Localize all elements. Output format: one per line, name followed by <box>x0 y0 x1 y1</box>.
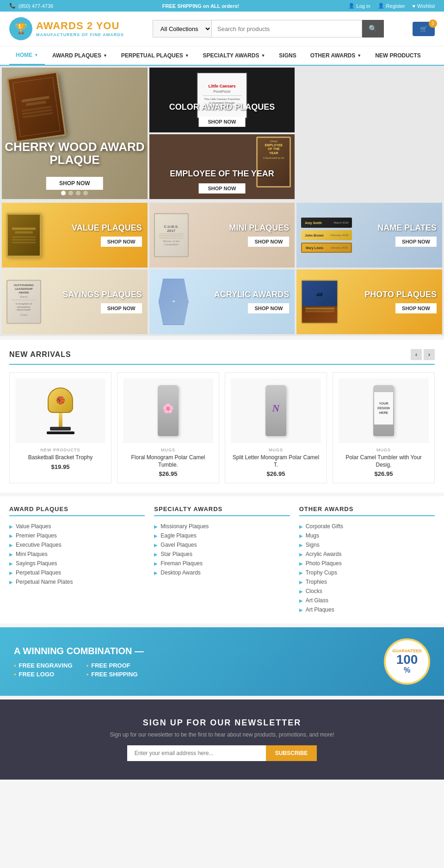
product-price: $26.95 <box>231 470 321 477</box>
cat-photo-label: PHOTO PLAQUES SHOP NOW <box>364 290 437 313</box>
value-plaque-img <box>6 213 41 257</box>
cat-mini-label: MINI PLAQUES SHOP NOW <box>229 224 289 247</box>
bullet-icon: • <box>14 662 16 669</box>
list-item[interactable]: ▶Executive Plaques <box>9 540 145 550</box>
list-item[interactable]: ▶Value Plaques <box>9 522 145 531</box>
newsletter-subscribe-btn[interactable]: SUBSCRIBE <box>266 745 317 761</box>
list-item[interactable]: ▶Clocks <box>299 587 435 596</box>
new-arrivals-title: NEW ARRIVALS <box>9 350 71 359</box>
search-button[interactable]: 🔍 <box>362 20 384 37</box>
cat-value-plaques: VALUE PLAQUES SHOP NOW <box>2 203 148 268</box>
color-shop-btn[interactable]: SHOP NOW <box>199 117 246 127</box>
nav-award-plaques[interactable]: AWARD PLAQUES ▼ <box>46 47 114 64</box>
hero-dot-3[interactable] <box>76 191 80 195</box>
hero-dot-4[interactable] <box>83 191 88 195</box>
tumbler-design-img: YOURDESIGNHERE <box>373 385 394 436</box>
cat-acrylic-shop-btn[interactable]: SHOP NOW <box>248 303 289 313</box>
list-item[interactable]: ▶Photo Plaques <box>299 559 435 568</box>
list-item[interactable]: ▶Sayings Plaques <box>9 559 145 568</box>
wishlist-link[interactable]: ♥ Wishlist <box>413 3 435 9</box>
list-item[interactable]: ▶Mini Plaques <box>9 550 145 559</box>
header: 🏆 AWARDS 2 YOU MANUFACTURERS OF FINE AWA… <box>0 12 444 46</box>
list-item[interactable]: ▶Trophy Cups <box>299 568 435 577</box>
logo[interactable]: 🏆 AWARDS 2 YOU MANUFACTURERS OF FINE AWA… <box>9 17 124 40</box>
hero-dots <box>61 191 88 195</box>
bullet-icon: ▶ <box>299 580 303 585</box>
nav-other-awards[interactable]: OTHER AWARDS ▼ <box>304 47 368 64</box>
product-card[interactable]: N MUGS Split Letter Monogram Polar Camel… <box>225 372 327 483</box>
hero-main-shop-btn[interactable]: SHOP NOW <box>46 177 103 190</box>
product-name: Split Letter Monogram Polar Camel T. <box>231 454 321 468</box>
hero-dot-1[interactable] <box>61 191 66 195</box>
bullet-icon: ▶ <box>299 524 303 529</box>
sayings-plaque-img: OUTSTANDINGLEADERSHIPAWARD (Name) In rec… <box>6 280 41 324</box>
cat-photo-shop-btn[interactable]: SHOP NOW <box>395 303 437 313</box>
list-item[interactable]: ▶Art Glass <box>299 596 435 605</box>
winning-item-3: • FREE PROOF <box>86 662 145 669</box>
name-plates-img: Amy Smith March 2018 John Brown February… <box>301 218 352 253</box>
tumbler-floral-img: 🌸 <box>158 385 179 436</box>
bullet-icon: ▶ <box>154 543 158 548</box>
nav-specialty-awards[interactable]: SPECIALTY AWARDS ▼ <box>197 47 272 64</box>
list-item[interactable]: ▶Art Plaques <box>299 605 435 614</box>
footer-cat-award-plaques: AWARD PLAQUES ▶Value Plaques ▶Premier Pl… <box>9 506 145 614</box>
cat-sayings-plaques: OUTSTANDINGLEADERSHIPAWARD (Name) In rec… <box>2 269 148 334</box>
trophy-shape: 🏀 <box>47 387 74 434</box>
list-item[interactable]: ▶Fireman Plaques <box>154 559 290 568</box>
list-item[interactable]: ▶Star Plaques <box>154 550 290 559</box>
list-item[interactable]: ▶Missionary Plaques <box>154 522 290 531</box>
nav-home[interactable]: HOME ▼ <box>9 46 45 65</box>
logo-icon: 🏆 <box>9 17 32 40</box>
cat-mini-shop-btn[interactable]: SHOP NOW <box>248 237 289 247</box>
product-img: N <box>231 378 321 443</box>
bullet-icon: ▶ <box>9 543 13 548</box>
product-card[interactable]: 🌸 MUGS Floral Monogram Polar Camel Tumbl… <box>117 372 219 483</box>
collection-select[interactable]: All Collections <box>153 20 212 37</box>
logo-text: AWARDS 2 YOU MANUFACTURERS OF FINE AWARD… <box>36 20 124 37</box>
prev-arrow-btn[interactable]: ‹ <box>411 349 422 360</box>
list-item[interactable]: ▶Signs <box>299 540 435 550</box>
cat-sayings-shop-btn[interactable]: SHOP NOW <box>101 303 142 313</box>
cat-value-label: VALUE PLAQUES SHOP NOW <box>72 224 142 247</box>
product-card[interactable]: YOURDESIGNHERE MUGS Polar Camel Tumbler … <box>333 372 435 483</box>
search-input[interactable] <box>212 20 362 37</box>
list-item[interactable]: ▶Gavel Plaques <box>154 540 290 550</box>
product-card[interactable]: 🏀 NEW PRODUCTS Basketball Bracket Trophy… <box>9 372 111 483</box>
hero-card-employee: (Year) EMPLOYEEOF THEYEAR It Appreciated… <box>149 134 295 199</box>
list-item[interactable]: ▶Acrylic Awards <box>299 550 435 559</box>
cat-acrylic-label: ACRYLIC AWARDS SHOP NOW <box>214 290 290 313</box>
logo-title: AWARDS 2 YOU <box>36 20 124 32</box>
list-item[interactable]: ▶Perpetual Name Plates <box>9 577 145 587</box>
winning-banner: A WINNING COMBINATION — • FREE ENGRAVING… <box>0 627 444 696</box>
employee-plaque-img: (Year) EMPLOYEEOF THEYEAR It Appreciated… <box>256 137 291 187</box>
bullet-icon: ▶ <box>154 533 158 538</box>
new-arrivals-section: NEW ARRIVALS ‹ › 🏀 NEW PRODUCTS Basketba… <box>0 340 444 493</box>
list-item[interactable]: ▶Eagle Plaques <box>154 531 290 540</box>
hero-dot-2[interactable] <box>68 191 73 195</box>
list-item[interactable]: ▶Trophies <box>299 577 435 587</box>
employee-shop-btn[interactable]: SHOP NOW <box>199 183 246 194</box>
cat-name-shop-btn[interactable]: SHOP NOW <box>395 237 437 247</box>
nav-perpetual-plaques[interactable]: PERPETUAL PLAQUES ▼ <box>115 47 196 64</box>
nav-new-products[interactable]: NEW PRODUCTS <box>369 47 427 64</box>
login-link[interactable]: 👤 Log in <box>348 3 370 9</box>
bullet-icon: ▶ <box>9 570 13 575</box>
carousel-nav: ‹ › <box>411 349 435 360</box>
list-item[interactable]: ▶Corporate Gifts <box>299 522 435 531</box>
newsletter-email-input[interactable] <box>127 745 266 761</box>
cat-mini-plaques: C.U.B.S.2017 Winner of theCompetition MI… <box>149 203 295 268</box>
next-arrow-btn[interactable]: › <box>424 349 435 360</box>
cart-badge: 0 <box>429 19 437 28</box>
bullet-icon: ▶ <box>154 524 158 529</box>
nav-signs[interactable]: SIGNS <box>272 47 302 64</box>
logo-tagline: MANUFACTURERS OF FINE AWARDS <box>36 32 124 37</box>
cart-button[interactable]: 🛒 0 <box>413 22 435 36</box>
section-header: NEW ARRIVALS ‹ › <box>9 349 435 365</box>
list-item[interactable]: ▶Mugs <box>299 531 435 540</box>
register-link[interactable]: 👤 Register <box>378 3 405 9</box>
cat-value-shop-btn[interactable]: SHOP NOW <box>101 237 142 247</box>
list-item[interactable]: ▶Perpetual Plaques <box>9 568 145 577</box>
list-item[interactable]: ▶Premier Plaques <box>9 531 145 540</box>
specialty-awards-list: ▶Missionary Plaques ▶Eagle Plaques ▶Gave… <box>154 522 290 577</box>
list-item[interactable]: ▶Desktop Awards <box>154 568 290 577</box>
